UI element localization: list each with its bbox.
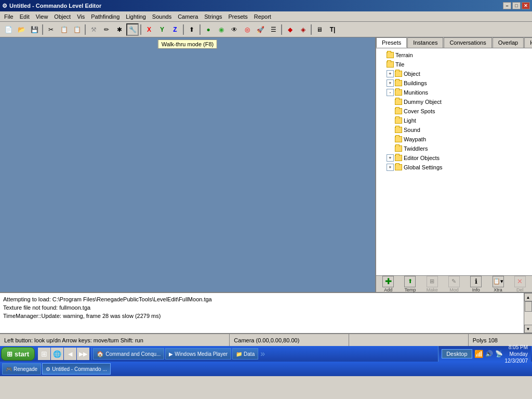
panel-add-button[interactable]: ✚ Add — [378, 276, 398, 292]
tb-open[interactable]: 📂 — [15, 23, 28, 36]
close-button[interactable]: ✕ — [522, 2, 530, 9]
taskbar-commando[interactable]: ⚙ Untitled - Commando ... — [42, 363, 111, 375]
tb-tool1[interactable]: ⚒ — [87, 23, 100, 36]
menu-strings[interactable]: Strings — [201, 12, 225, 21]
panel-make-button[interactable]: ⊞ Make — [422, 276, 442, 292]
tb-tool4[interactable]: 🔧 — [126, 23, 139, 36]
menu-edit[interactable]: Edit — [17, 12, 33, 21]
list-item[interactable]: - Munitions — [378, 88, 530, 97]
taskbar-cmd[interactable]: 🏠 Command and Conqu... — [93, 348, 164, 360]
tab-heightfield[interactable]: Heightfield — [524, 37, 532, 48]
panel-del-button[interactable]: ✕ Del — [510, 276, 530, 292]
commando-icon: ⚙ — [46, 366, 50, 372]
scroll-thumb[interactable] — [525, 301, 532, 312]
ql-windows[interactable]: ⊞ — [38, 348, 50, 360]
folder-icon — [395, 71, 402, 77]
menu-pathfinding[interactable]: Pathfinding — [88, 12, 123, 21]
minimize-button[interactable]: – — [503, 2, 511, 9]
tb-green[interactable]: ● — [202, 23, 215, 36]
tb-x[interactable]: X — [143, 23, 155, 36]
tb-diamond2[interactable]: ◈ — [297, 23, 309, 36]
list-item[interactable]: Sound — [378, 125, 530, 135]
list-item[interactable]: Tile — [378, 60, 530, 69]
tb-tool2[interactable]: ✏ — [100, 23, 113, 36]
list-item[interactable]: Cover Spots — [378, 107, 530, 116]
tb-sep-2 — [85, 24, 86, 35]
tb-tool3[interactable]: ✱ — [113, 23, 126, 36]
tb-new[interactable]: 📄 — [2, 23, 15, 36]
tb-paste[interactable]: 📋 — [71, 23, 83, 36]
tb-cut[interactable]: ✂ — [45, 23, 57, 36]
tb-save[interactable]: 💾 — [28, 23, 41, 36]
tb-lines[interactable]: ☰ — [267, 23, 280, 36]
menu-vis[interactable]: Vis — [74, 12, 88, 21]
menu-file[interactable]: File — [1, 12, 17, 21]
tb-screen[interactable]: 🖥 — [313, 23, 326, 36]
log-text: Attempting to load: C:\Program Files\Ren… — [0, 293, 524, 333]
tree-label: Object — [404, 71, 420, 77]
maximize-button[interactable]: □ — [512, 2, 521, 9]
ql-back[interactable]: ◀ — [64, 348, 76, 360]
list-item[interactable]: Twiddlers — [378, 144, 530, 153]
log-area: Attempting to load: C:\Program Files\Ren… — [0, 292, 532, 334]
start-button[interactable]: ⊞ start — [1, 347, 35, 361]
ql-ie[interactable]: 🌐 — [51, 348, 63, 360]
tb-y[interactable]: Y — [156, 23, 168, 36]
menu-camera[interactable]: Camera — [175, 12, 201, 21]
panel-info-button[interactable]: ℹ Info — [466, 276, 486, 292]
tab-overlap[interactable]: Overlap — [493, 37, 524, 48]
info-icon: ℹ — [470, 276, 482, 287]
menu-lighting[interactable]: Lighting — [123, 12, 149, 21]
taskbar-media[interactable]: ▶ Windows Media Player — [165, 348, 231, 360]
tree-view[interactable]: Terrain Tile + Object + Buildings — [376, 48, 532, 275]
tb-z[interactable]: Z — [169, 23, 181, 36]
taskbar-renegade[interactable]: 🎮 Renegade — [2, 363, 41, 375]
tb-sphere[interactable]: ◉ — [215, 23, 228, 36]
scroll-down-button[interactable]: ▼ — [524, 325, 533, 333]
tree-expander[interactable]: + — [387, 79, 394, 87]
list-item[interactable]: + Buildings — [378, 78, 530, 88]
list-item[interactable]: Terrain — [378, 50, 530, 60]
tab-presets[interactable]: Presets — [376, 37, 407, 48]
panel-temp-button[interactable]: ⬆ Temp — [400, 276, 420, 292]
list-item[interactable]: + Global Settings — [378, 163, 530, 172]
taskbar-data[interactable]: 📁 Data — [232, 348, 258, 360]
tab-conversations[interactable]: Conversations — [444, 37, 491, 48]
desktop-button[interactable]: Desktop — [442, 349, 472, 358]
taskbar-arrow[interactable]: » — [259, 349, 266, 358]
tb-red-eye[interactable]: ◎ — [241, 23, 254, 36]
scroll-up-button[interactable]: ▲ — [524, 293, 533, 301]
tree-expander[interactable]: + — [387, 70, 394, 77]
tree-expander[interactable]: - — [387, 89, 394, 96]
tb-sep-5 — [200, 24, 201, 35]
log-line-1: Attempting to load: C:\Program Files\Ren… — [3, 295, 521, 303]
tb-eye[interactable]: 👁 — [228, 23, 241, 36]
tab-instances[interactable]: Instances — [407, 37, 443, 48]
tb-copy[interactable]: 📋 — [58, 23, 70, 36]
menu-report[interactable]: Report — [251, 12, 274, 21]
tree-expander[interactable]: + — [387, 154, 394, 162]
list-item[interactable]: Waypath — [378, 135, 530, 144]
tb-launch[interactable]: 🚀 — [254, 23, 267, 36]
menu-sounds[interactable]: Sounds — [149, 12, 175, 21]
list-item[interactable]: + Object — [378, 69, 530, 78]
viewport[interactable]: Walk-thru mode (F8) — [0, 37, 376, 292]
panel-xtra-button[interactable]: 📋▾ Xtra — [488, 276, 508, 292]
tb-text[interactable]: T| — [326, 23, 339, 36]
renegade-label: Renegade — [14, 366, 37, 372]
tree-label: Munitions — [404, 89, 428, 96]
menu-view[interactable]: View — [33, 12, 51, 21]
list-item[interactable]: + Editor Objects — [378, 153, 530, 163]
menu-object[interactable]: Object — [51, 12, 74, 21]
tb-sep-7 — [311, 24, 312, 35]
ql-media[interactable]: ▶▶ — [77, 348, 89, 360]
list-item[interactable]: Dummy Object — [378, 97, 530, 107]
tree-expander[interactable]: + — [387, 164, 394, 171]
menu-presets[interactable]: Presets — [225, 12, 251, 21]
scroll-track[interactable] — [525, 301, 532, 325]
log-line-2: Texture file not found: fullmoon.tga — [3, 303, 521, 312]
tb-diamond[interactable]: ◆ — [284, 23, 296, 36]
panel-mod-button[interactable]: ✎ Mod — [444, 276, 464, 292]
tb-up[interactable]: ⬆ — [185, 23, 198, 36]
list-item[interactable]: Light — [378, 116, 530, 125]
